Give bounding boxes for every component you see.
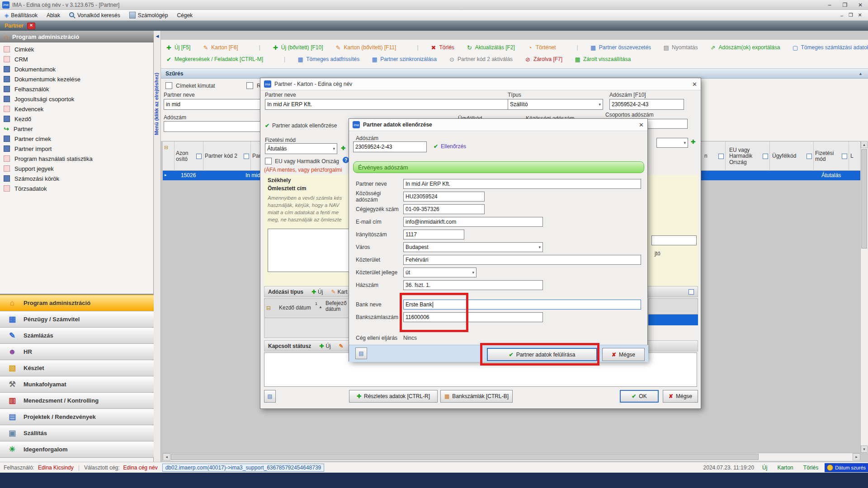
toolbar-button[interactable]: ▦ Tömeges adatfrissítés bbox=[297, 56, 359, 63]
module-button[interactable]: ▤ Projektek / Rendezvények bbox=[0, 409, 154, 425]
scroll-left-icon[interactable]: ◂ bbox=[163, 453, 170, 460]
toolbar-button[interactable]: ✖ Törlés bbox=[430, 44, 454, 51]
address-right-input[interactable] bbox=[651, 235, 697, 245]
toolbar-button[interactable]: ▦ Partner összevezetés bbox=[590, 44, 651, 51]
module-button[interactable]: ▧ Készlet bbox=[0, 360, 154, 376]
eu-checkbox[interactable]: EU vagy Harmadik Ország bbox=[265, 158, 339, 164]
toolbar-button[interactable]: ✎ Karton (bővített) [F11] bbox=[335, 44, 396, 51]
checkbox-icon[interactable] bbox=[165, 82, 172, 89]
module-button[interactable]: ▦ Pénzügy / Számvitel bbox=[0, 311, 154, 328]
mdi-close-button[interactable]: ✕ bbox=[855, 12, 864, 18]
sidebar-item[interactable]: Számozási körök bbox=[0, 174, 154, 183]
adozasi-uj-button[interactable]: ✚Új bbox=[311, 289, 323, 295]
mdi-restore-button[interactable]: ❐ bbox=[846, 12, 855, 18]
module-button[interactable]: ⚒ Munkafolyamat bbox=[0, 376, 154, 393]
datum-szures-button[interactable]: Dátum szurés bbox=[825, 463, 868, 472]
toolbar-button[interactable]: ✔ Megkeresések / Feladatok [CTRL-M] bbox=[165, 56, 263, 63]
karton-megse-button[interactable]: ✘ Mégse bbox=[663, 390, 698, 403]
sidebar-item[interactable]: Dokumentumok bbox=[0, 64, 154, 74]
sidebar-item[interactable]: Jogosultsági csoportok bbox=[0, 94, 154, 104]
vertical-scrollbar[interactable]: ▴ ▾ bbox=[860, 141, 868, 453]
toolbar-button[interactable]: ▦ Zárolt visszaállítása bbox=[574, 56, 631, 63]
toolbar-button[interactable]: | bbox=[408, 44, 418, 51]
grid-col-fizetesi-mod[interactable]: Fizetési mód bbox=[814, 141, 849, 171]
sidebar-item[interactable]: Felhasználók bbox=[0, 84, 154, 94]
grid-col-partner-kod2[interactable]: Partner kód 2 bbox=[203, 141, 251, 171]
column-filter-icon[interactable] bbox=[718, 154, 724, 159]
tipus-select[interactable]: Szállító▾ bbox=[508, 99, 603, 110]
checkbox-icon[interactable] bbox=[265, 158, 272, 164]
grid-corner-icon[interactable]: ⊟ bbox=[164, 145, 168, 150]
field-input[interactable]: 36. fszt. 1. ▾ bbox=[403, 280, 543, 290]
close-icon[interactable]: ✕ bbox=[639, 122, 644, 128]
sidebar-item[interactable]: Dokumentumok kezelése bbox=[0, 74, 154, 84]
module-button[interactable]: ▥ Menedzsment / Kontrolling bbox=[0, 393, 154, 409]
filter-adoszam-input[interactable] bbox=[164, 121, 276, 132]
status-link[interactable]: Törlés bbox=[803, 465, 818, 471]
bankszamlak-button[interactable]: ▦ Bankszámlák [CTRL-B] bbox=[440, 390, 513, 403]
checkbox-icon[interactable] bbox=[246, 82, 253, 89]
tab-partner[interactable]: Partner bbox=[5, 23, 24, 29]
collapse-arrow-icon[interactable]: ◀ bbox=[154, 33, 160, 40]
toolbar-button[interactable]: | bbox=[568, 44, 578, 51]
sidebar-item[interactable]: Partner bbox=[0, 124, 154, 134]
add-plus-icon[interactable]: ✚ bbox=[691, 139, 695, 145]
field-input[interactable]: Fehérvári ▾ bbox=[403, 255, 641, 265]
window-maximize-button[interactable]: ❐ bbox=[837, 2, 853, 8]
omlesztett-cim-textarea[interactable] bbox=[268, 229, 350, 272]
ok-button[interactable]: ✔ OK bbox=[620, 390, 659, 403]
sidebar-item[interactable]: Partner címek bbox=[0, 134, 154, 144]
add-plus-icon[interactable]: ✚ bbox=[341, 145, 345, 151]
grid-col-ugyfelkod[interactable]: Ügyfélkód bbox=[771, 141, 814, 171]
befejezo-datum-column[interactable]: Befejező dátum bbox=[326, 300, 349, 312]
scroll-up-icon[interactable]: ▴ bbox=[861, 141, 868, 148]
toolbar-button[interactable]: ▤ Nyomtatás bbox=[663, 44, 698, 51]
column-filter-icon[interactable] bbox=[689, 289, 694, 295]
check-megse-button[interactable]: ✘ Mégse bbox=[602, 348, 645, 361]
column-filter-icon[interactable] bbox=[244, 154, 249, 159]
toolbar-button[interactable]: | bbox=[250, 44, 260, 51]
module-button[interactable]: ⌂ Program adminisztráció bbox=[0, 295, 154, 311]
sidebar-item[interactable]: Kezdő bbox=[0, 114, 154, 124]
kapcsolt-uj-button[interactable]: ✚Új bbox=[319, 343, 330, 349]
sidebar-item[interactable]: Cimkék bbox=[0, 44, 154, 54]
filter-header-bar[interactable]: Szűrés ▲ bbox=[161, 69, 868, 79]
scroll-down-icon[interactable]: ▾ bbox=[861, 446, 868, 453]
column-filter-icon[interactable] bbox=[196, 154, 202, 159]
column-filter-icon[interactable] bbox=[807, 154, 812, 159]
module-button[interactable]: ☻ HR bbox=[0, 344, 154, 360]
dialog-grid-icon-button[interactable]: ▤ bbox=[355, 347, 367, 359]
module-button[interactable]: ✎ Számlázás bbox=[0, 328, 154, 344]
adoszam-input[interactable]: 23059524-2-43 bbox=[353, 141, 427, 152]
toolbar-button[interactable]: ▦ Partner szinkronizálása bbox=[371, 56, 437, 63]
field-input[interactable]: 01-09-357326 ▾ bbox=[403, 204, 485, 214]
field-input[interactable]: HU23059524 ▾ bbox=[403, 192, 485, 202]
right-list-selected-row[interactable] bbox=[648, 314, 698, 325]
reszletes-adatok-button[interactable]: ✚ Részletes adatok [CTRL-R] bbox=[349, 390, 438, 403]
toolbar-button[interactable]: ◔ Történet bbox=[527, 44, 556, 51]
group-select[interactable]: ▾ bbox=[656, 138, 688, 148]
window-close-button[interactable]: ✕ bbox=[853, 2, 868, 8]
adozasi-karton-button[interactable]: ✎Kart bbox=[331, 289, 347, 295]
ellenorzes-link[interactable]: ✔ Ellenőrzés bbox=[434, 143, 466, 150]
status-link[interactable]: Új bbox=[762, 465, 767, 471]
horizontal-scrollbar[interactable]: ◂ ▸ bbox=[163, 453, 860, 461]
filter-checkbox-cimek[interactable]: Címeket kimutat bbox=[165, 82, 215, 89]
field-input[interactable]: info@inmidairkft.com ▾ bbox=[403, 217, 543, 227]
toolbar-button[interactable]: ✎ Karton [F6] bbox=[202, 44, 238, 51]
partner-neve-input[interactable]: In mid Air ERP Kft. bbox=[265, 99, 526, 110]
field-input[interactable]: In mid Air ERP Kft. ▾ bbox=[403, 179, 641, 189]
grid-col-fragment[interactable]: n bbox=[703, 141, 726, 171]
toolbar-button[interactable]: ✚ Új [F5] bbox=[165, 44, 190, 51]
scrollbar-thumb[interactable] bbox=[861, 149, 867, 249]
menu-ablak[interactable]: Ablak bbox=[42, 10, 65, 20]
pencil-icon[interactable]: ✎ bbox=[339, 343, 344, 349]
close-icon[interactable]: ✕ bbox=[692, 81, 697, 88]
menu-beallitasok[interactable]: ◈ Beállítások bbox=[0, 10, 42, 20]
sidebar-item[interactable]: Partner import bbox=[0, 144, 154, 154]
menu-szamologep[interactable]: Számológép bbox=[125, 10, 173, 20]
scrollbar-thumb[interactable] bbox=[171, 454, 759, 460]
column-filter-icon[interactable] bbox=[763, 154, 768, 159]
sidebar-item[interactable]: Program használati statisztika bbox=[0, 154, 154, 164]
adoszam-f10-input[interactable]: 23059524-2-43 bbox=[609, 99, 684, 110]
